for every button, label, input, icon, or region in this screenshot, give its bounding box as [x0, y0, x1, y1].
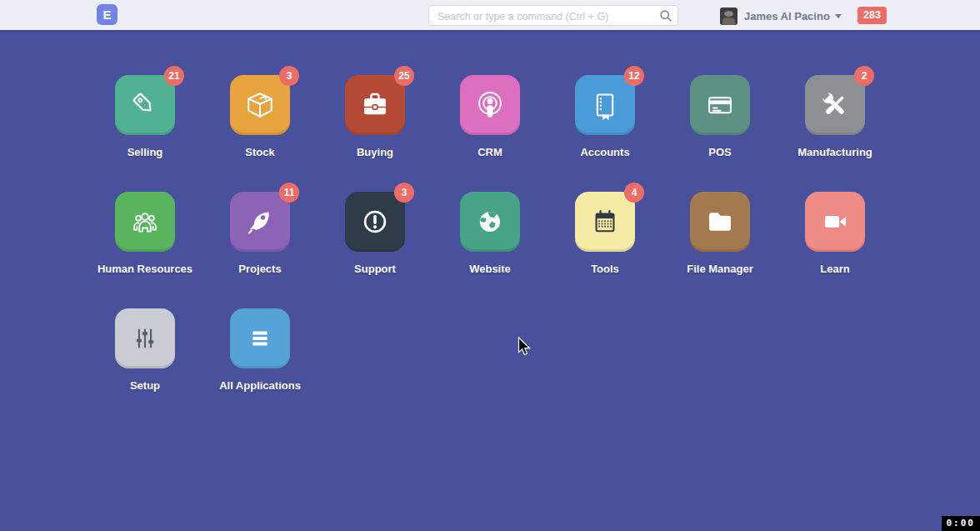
- count-badge: 2: [854, 66, 874, 86]
- search-icon[interactable]: [659, 9, 672, 23]
- app-label: Selling: [128, 146, 163, 158]
- app-website[interactable]: [460, 192, 520, 252]
- calendar-icon: [588, 205, 622, 238]
- app-label: Learn: [820, 263, 849, 275]
- app-cell: CRM: [432, 75, 548, 192]
- user-name: James Al Pacino: [744, 10, 830, 23]
- app-label: CRM: [478, 146, 502, 158]
- app-cell: 11 Projects: [202, 192, 318, 308]
- app-cell: 2 Manufacturing: [778, 75, 892, 192]
- global-search: [428, 5, 678, 26]
- app-support[interactable]: 3: [345, 192, 405, 252]
- app-projects[interactable]: 11: [230, 192, 290, 252]
- app-cell: File Manager: [662, 192, 778, 308]
- people-icon: [128, 205, 162, 238]
- chevron-down-icon: [835, 14, 842, 18]
- app-setup[interactable]: [115, 308, 175, 368]
- app-label: Projects: [238, 263, 281, 275]
- app-cell: All Applications: [202, 308, 318, 425]
- app-file-manager[interactable]: [690, 192, 750, 252]
- rocket-icon: [243, 205, 277, 238]
- count-badge: 25: [394, 66, 414, 86]
- app-label: Accounts: [580, 146, 629, 158]
- search-input[interactable]: [436, 6, 656, 27]
- app-learn[interactable]: [805, 192, 865, 252]
- app-cell: Human Resources: [88, 192, 202, 308]
- box-icon: [243, 88, 277, 122]
- app-label: All Applications: [219, 379, 301, 392]
- video-camera-icon: [818, 205, 852, 238]
- app-stock[interactable]: 3: [230, 75, 290, 135]
- notification-count-badge[interactable]: 283: [858, 7, 887, 24]
- app-label: Stock: [245, 146, 274, 158]
- app-cell: 3 Support: [318, 192, 432, 308]
- alert-circle-icon: [358, 205, 392, 238]
- app-cell: POS: [662, 75, 778, 192]
- tag-icon: [128, 88, 162, 122]
- app-accounts[interactable]: 12: [575, 75, 635, 135]
- ledger-icon: [588, 88, 622, 122]
- count-badge: 12: [624, 66, 644, 86]
- app-cell: Setup: [88, 308, 202, 425]
- app-logo[interactable]: E: [97, 4, 118, 25]
- top-navbar: E James Al Pacino 283: [0, 0, 980, 32]
- user-menu[interactable]: James Al Pacino: [720, 0, 842, 32]
- app-label: File Manager: [687, 263, 752, 275]
- app-crm[interactable]: [460, 75, 520, 135]
- app-cell: 21 Selling: [88, 75, 202, 192]
- count-badge: 21: [164, 66, 184, 86]
- app-cell: 4 Tools: [548, 192, 662, 308]
- sliders-icon: [128, 322, 162, 355]
- count-badge: 4: [624, 183, 644, 203]
- app-cell: 25 Buying: [318, 75, 432, 192]
- app-cell: 12 Accounts: [548, 75, 662, 192]
- app-label: Manufacturing: [798, 146, 872, 158]
- app-tools[interactable]: 4: [575, 192, 635, 252]
- recording-timer: 0:00: [942, 516, 980, 531]
- globe-icon: [473, 205, 507, 238]
- app-human-resources[interactable]: [115, 192, 175, 252]
- app-cell: 3 Stock: [202, 75, 318, 192]
- count-badge: 11: [279, 183, 299, 203]
- count-badge: 3: [394, 183, 414, 203]
- app-label: Support: [354, 263, 396, 275]
- folder-icon: [703, 205, 737, 238]
- wrench-screwdriver-icon: [818, 88, 852, 122]
- menu-icon: [243, 322, 277, 355]
- app-manufacturing[interactable]: 2: [805, 75, 865, 135]
- app-label: Buying: [357, 146, 393, 158]
- app-all-applications[interactable]: [230, 308, 290, 368]
- briefcase-icon: [358, 88, 392, 122]
- app-pos[interactable]: [690, 75, 750, 135]
- app-cell: Website: [432, 192, 548, 308]
- app-selling[interactable]: 21: [115, 75, 175, 135]
- user-avatar: [720, 8, 738, 25]
- app-label: Tools: [591, 263, 619, 275]
- podcast-icon: [473, 88, 507, 122]
- app-buying[interactable]: 25: [345, 75, 405, 135]
- desktop: E James Al Pacino 283 21 Selling: [0, 0, 980, 531]
- app-cell: Learn: [778, 192, 892, 308]
- count-badge: 3: [279, 66, 299, 86]
- app-label: Human Resources: [98, 263, 192, 275]
- app-label: Setup: [130, 379, 160, 392]
- app-label: Website: [469, 263, 511, 275]
- credit-card-icon: [703, 88, 737, 122]
- app-label: POS: [708, 146, 731, 158]
- app-grid: 21 Selling 3 Stock 25 Buying CRM: [88, 75, 892, 425]
